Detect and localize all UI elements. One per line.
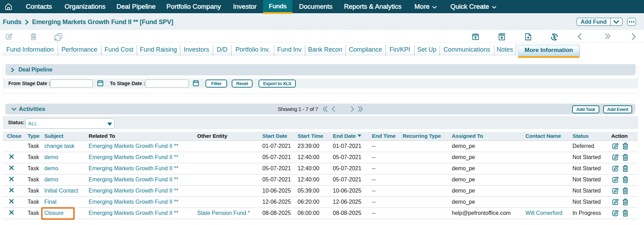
svg-text:$: $ [553, 35, 556, 39]
